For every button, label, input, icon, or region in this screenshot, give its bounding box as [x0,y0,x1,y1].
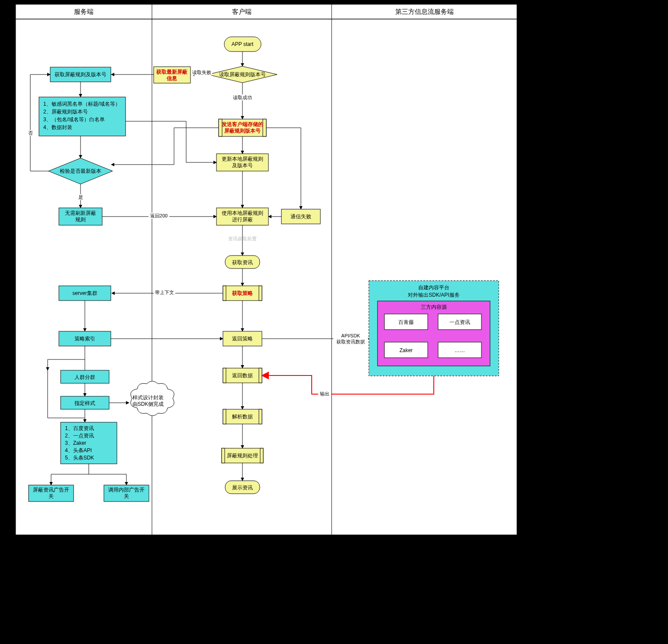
edge-read-ok: 读取成功 [233,95,252,100]
svg-text:屏蔽规则处理: 屏蔽规则处理 [227,453,258,459]
svg-text:2、一点资讯: 2、一点资讯 [65,433,94,439]
node-parse-data: 解析数据 [223,409,262,424]
svg-text:及版本号: 及版本号 [232,162,253,168]
svg-text:人群分群: 人群分群 [74,374,95,380]
node-server-cluster: server集群 [59,286,111,301]
svg-text:无需刷新屏蔽: 无需刷新屏蔽 [65,210,96,216]
edge-read-fail: 读取失败 [192,70,211,75]
svg-text:对外输出SDK/API服务: 对外输出SDK/API服务 [408,292,459,298]
edge-branch-yes: 是 [78,194,83,200]
svg-text:1、百度资讯: 1、百度资讯 [65,425,94,431]
svg-text:屏蔽资讯广告开: 屏蔽资讯广告开 [33,487,69,493]
node-send-client-ver: 发送客户端存储的 屏蔽规则版本号 [219,119,266,136]
node-style-spec: 指定样式 [61,396,109,409]
node-no-refresh: 无需刷新屏蔽 规则 [59,208,102,225]
edge-pre-fetch: 资讯获取前置 [228,236,257,241]
node-rule-process: 屏蔽规则处理 [222,448,263,463]
svg-text:3、Zaker: 3、Zaker [65,440,86,446]
node-use-local-rules: 使用本地屏蔽规则 进行屏蔽 [216,208,268,225]
svg-text:通信失败: 通信失败 [290,214,311,220]
edge-return200: 返回200 [150,213,168,218]
svg-text:使用本地屏蔽规则: 使用本地屏蔽规则 [222,210,263,216]
svg-text:4、头条API: 4、头条API [65,447,92,453]
svg-text:进行屏蔽: 进行屏蔽 [232,217,253,223]
svg-text:检验是否最新版本: 检验是否最新版本 [60,168,101,174]
node-get-latest-block: 获取最新屏蔽 信息 [154,67,190,83]
node-call-internal-ad: 调用内部广告开 关 [104,485,149,502]
edge-api-sdk-1: API/SDK [341,333,360,338]
svg-text:规则: 规则 [75,217,86,223]
node-display-news: 展示资讯 [225,481,260,494]
svg-rect-62 [260,448,263,463]
svg-text:1、敏感词黑名单（标题/域名等）: 1、敏感词黑名单（标题/域名等） [43,101,120,107]
svg-text:自建内容平台: 自建内容平台 [418,285,449,291]
lane-third-title: 第三方信息流服务端 [395,8,454,15]
svg-text:指定样式: 指定样式 [74,400,95,406]
node-get-rules-ver: 获取屏蔽规则及版本号 [50,67,111,82]
node-self-platform: 自建内容平台 对外输出SDK/API服务 三方内容源 百青藤 一点资讯 Zake… [369,281,499,376]
svg-text:百青藤: 百青藤 [398,319,414,325]
svg-text:获取最新屏蔽: 获取最新屏蔽 [156,69,187,75]
svg-text:屏蔽规则版本号: 屏蔽规则版本号 [224,128,261,134]
lane-server-title: 服务端 [74,8,94,15]
node-fetch-policy: 获取策略 [223,286,262,301]
svg-rect-56 [223,409,226,424]
svg-text:更新本地屏蔽规则: 更新本地屏蔽规则 [222,156,263,162]
svg-text:server集群: server集群 [72,290,97,296]
node-crowd-group: 人群分群 [61,370,109,383]
svg-text:样式设计封装: 样式设计封装 [132,395,164,401]
svg-text:关: 关 [48,493,54,499]
node-news-sources: 1、百度资讯 2、一点资讯 3、Zaker 4、头条API 5、头条SDK [61,422,117,464]
node-fetch-news: 获取资讯 [225,256,260,269]
svg-text:4、数据封装: 4、数据封装 [43,124,72,130]
svg-text:发送客户端存储的: 发送客户端存储的 [221,121,263,127]
node-return-policy: 返回策略 [223,331,262,346]
svg-text:APP start: APP start [232,41,254,47]
node-block-news-ad: 屏蔽资讯广告开 关 [29,485,74,502]
node-comm-fail: 通信失败 [281,209,320,224]
edge-branch-no: 否 [28,130,33,136]
svg-text:返回策略: 返回策略 [232,336,253,342]
svg-rect-51 [223,368,226,383]
node-policy-index: 策略索引 [59,331,111,346]
svg-text:策略索引: 策略索引 [74,336,95,342]
edge-api-sdk-2: 获取资讯数据 [336,339,365,344]
flowchart-diagram: 服务端 客户端 第三方信息流服务端 APP start 读取屏蔽规则版本号 读取… [0,0,668,644]
node-rule-package: 1、敏感词黑名单（标题/域名等） 2、屏蔽规则版本号 3、（包名/域名等）白名单… [39,97,126,136]
lane-client-title: 客户端 [232,8,252,15]
svg-text:三方内容源: 三方内容源 [421,304,447,310]
svg-text:解析数据: 解析数据 [232,414,253,420]
node-app-start: APP start [224,37,261,52]
edge-with-ctx: 带上下文 [155,290,174,295]
svg-text:信息: 信息 [166,75,177,81]
edge-output: 输出 [320,391,329,396]
svg-text:3、（包名/域名等）白名单: 3、（包名/域名等）白名单 [43,117,105,123]
svg-text:Zaker: Zaker [400,347,413,353]
node-update-local: 更新本地屏蔽规则 及版本号 [216,154,268,171]
svg-text:获取屏蔽规则及版本号: 获取屏蔽规则及版本号 [55,71,106,78]
svg-text:读取屏蔽规则版本号: 读取屏蔽规则版本号 [219,71,266,78]
svg-text:关: 关 [124,493,129,499]
svg-text:由SDK侧完成: 由SDK侧完成 [132,401,164,407]
svg-text:2、屏蔽规则版本号: 2、屏蔽规则版本号 [43,109,88,115]
svg-text:调用内部广告开: 调用内部广告开 [108,487,145,493]
svg-text:一点资讯: 一点资讯 [449,319,470,325]
svg-text:获取资讯: 获取资讯 [232,259,253,265]
svg-text:获取策略: 获取策略 [232,290,253,296]
svg-text:展示资讯: 展示资讯 [232,485,253,491]
svg-rect-40 [223,286,226,301]
svg-rect-21 [263,119,266,136]
svg-rect-41 [259,286,262,301]
svg-rect-52 [259,368,262,383]
svg-text:……: …… [455,347,465,353]
node-return-data: 返回数据 [223,368,262,383]
svg-rect-57 [259,409,262,424]
svg-text:5、头条SDK: 5、头条SDK [65,455,94,461]
svg-text:返回数据: 返回数据 [232,372,253,379]
svg-rect-61 [222,448,225,463]
